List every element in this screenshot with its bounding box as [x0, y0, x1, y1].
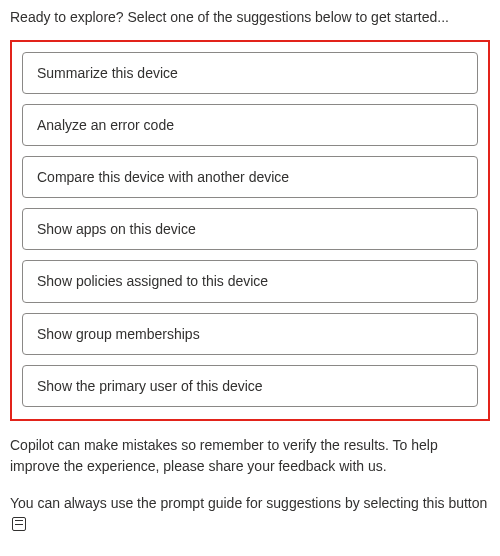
suggestion-show-primary-user[interactable]: Show the primary user of this device — [22, 365, 478, 407]
disclaimer-text: Copilot can make mistakes so remember to… — [10, 435, 490, 477]
intro-text: Ready to explore? Select one of the sugg… — [10, 8, 490, 28]
suggestion-compare-device[interactable]: Compare this device with another device — [22, 156, 478, 198]
prompt-guide-icon — [12, 517, 26, 531]
suggestion-show-groups[interactable]: Show group memberships — [22, 313, 478, 355]
suggestion-analyze-error[interactable]: Analyze an error code — [22, 104, 478, 146]
suggestion-show-apps[interactable]: Show apps on this device — [22, 208, 478, 250]
suggestion-show-policies[interactable]: Show policies assigned to this device — [22, 260, 478, 302]
prompt-guide-hint: You can always use the prompt guide for … — [10, 493, 490, 535]
hint-text: You can always use the prompt guide for … — [10, 495, 487, 511]
suggestion-summarize-device[interactable]: Summarize this device — [22, 52, 478, 94]
suggestions-container: Summarize this device Analyze an error c… — [10, 40, 490, 421]
